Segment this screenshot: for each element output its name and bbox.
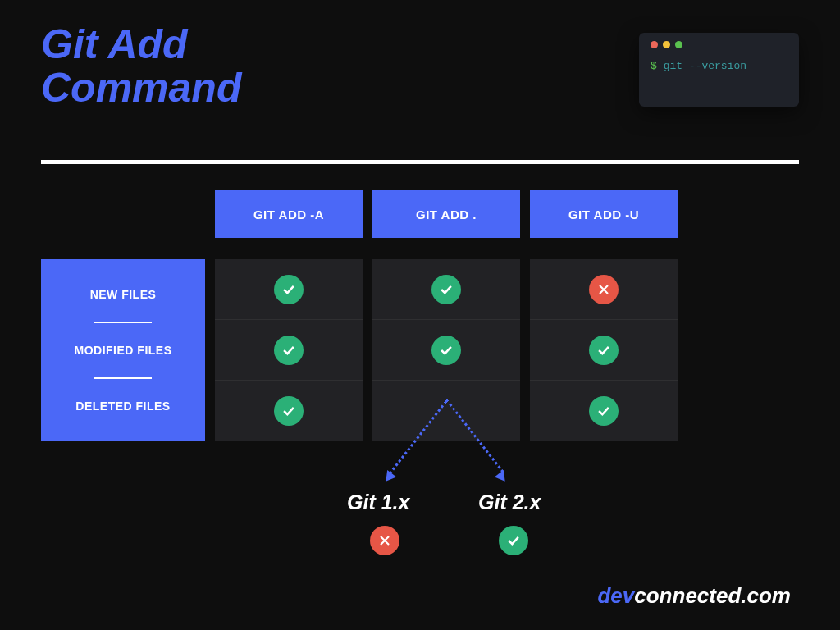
arrow-left-icon — [389, 400, 447, 474]
footer-branding: devconnected.com — [597, 583, 791, 609]
row-divider — [94, 377, 152, 379]
row-divider — [94, 322, 152, 323]
terminal-command: $ git --version — [651, 60, 788, 72]
row-labels-block: NEW FILES MODIFIED FILES DELETED FILES — [41, 259, 205, 441]
terminal-window: $ git --version — [639, 33, 799, 107]
check-icon — [431, 275, 461, 304]
table-cell — [530, 259, 678, 320]
table-cell — [372, 259, 520, 320]
column-header-add-a: GIT ADD -A — [215, 190, 363, 238]
table-spacer — [41, 190, 205, 238]
row-label-modified: MODIFIED FILES — [75, 337, 172, 363]
terminal-prompt: $ — [651, 60, 657, 72]
minimize-icon — [663, 41, 670, 48]
terminal-dots — [651, 41, 788, 48]
page-title: Git Add Command — [41, 23, 241, 109]
terminal-text: git --version — [664, 60, 746, 72]
maximize-icon — [675, 41, 682, 48]
arrowhead-left-icon — [381, 470, 396, 485]
close-icon — [651, 41, 658, 48]
check-icon — [274, 275, 304, 304]
title-line-2: Command — [41, 66, 241, 110]
row-label-deleted: DELETED FILES — [75, 393, 170, 419]
check-icon — [589, 336, 619, 365]
table-cell — [215, 259, 363, 320]
column-header-add-dot: GIT ADD . — [372, 190, 520, 238]
row-label-new: NEW FILES — [90, 281, 157, 308]
table-cell — [215, 320, 363, 381]
version-split: Git 1.x Git 2.x — [355, 399, 626, 563]
version-label-git1: Git 1.x — [347, 491, 409, 514]
arrow-right-icon — [445, 399, 504, 472]
check-icon — [274, 336, 304, 365]
table-cell — [215, 381, 363, 441]
version-label-git2: Git 2.x — [478, 491, 541, 514]
table-cell — [372, 320, 520, 381]
footer-rest: connected.com — [634, 583, 791, 608]
footer-brand: dev — [597, 583, 634, 608]
check-icon — [274, 396, 304, 426]
cross-icon — [370, 526, 399, 555]
cross-icon — [589, 275, 619, 304]
check-icon — [431, 336, 461, 365]
column-header-add-u: GIT ADD -U — [530, 190, 678, 238]
horizontal-rule — [41, 160, 799, 164]
title-line-1: Git Add — [41, 23, 241, 66]
check-icon — [499, 526, 528, 555]
arrowhead-right-icon — [495, 470, 509, 485]
table-cell — [530, 320, 678, 381]
